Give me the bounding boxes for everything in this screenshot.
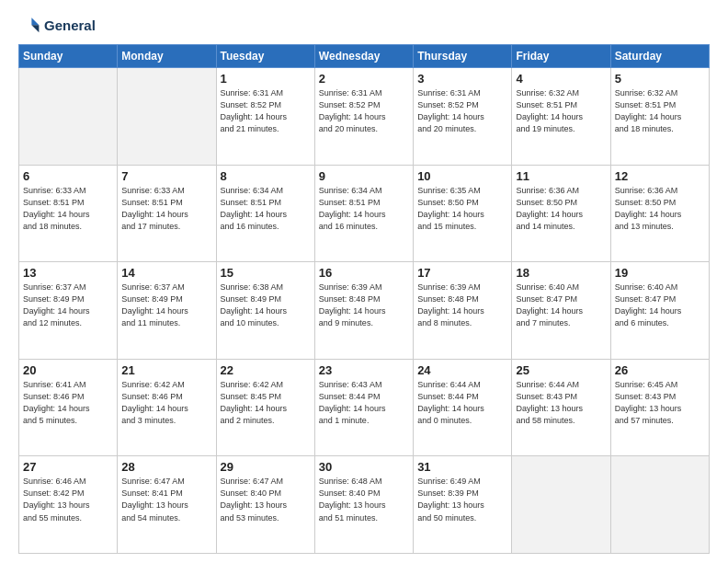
day-info: Sunrise: 6:42 AM Sunset: 8:46 PM Dayligh… [121,379,211,427]
calendar-cell: 3Sunrise: 6:31 AM Sunset: 8:52 PM Daylig… [414,68,512,166]
day-number: 18 [516,266,606,280]
day-info: Sunrise: 6:32 AM Sunset: 8:51 PM Dayligh… [516,87,606,135]
day-header-sunday: Sunday [19,45,118,68]
day-header-saturday: Saturday [610,45,709,68]
calendar-cell [610,456,709,554]
calendar-cell: 28Sunrise: 6:47 AM Sunset: 8:41 PM Dayli… [118,456,216,554]
day-info: Sunrise: 6:48 AM Sunset: 8:40 PM Dayligh… [319,476,409,523]
day-number: 28 [121,460,211,474]
day-number: 13 [23,266,113,280]
day-info: Sunrise: 6:33 AM Sunset: 8:51 PM Dayligh… [23,185,113,233]
day-number: 9 [319,169,409,183]
day-number: 11 [516,169,606,183]
week-row-1: 1Sunrise: 6:31 AM Sunset: 8:52 PM Daylig… [19,68,710,166]
calendar-cell: 10Sunrise: 6:35 AM Sunset: 8:50 PM Dayli… [414,165,512,262]
calendar-cell: 25Sunrise: 6:44 AM Sunset: 8:43 PM Dayli… [512,359,610,456]
day-info: Sunrise: 6:34 AM Sunset: 8:51 PM Dayligh… [221,185,311,233]
day-info: Sunrise: 6:40 AM Sunset: 8:47 PM Dayligh… [516,282,606,329]
day-info: Sunrise: 6:49 AM Sunset: 8:39 PM Dayligh… [417,476,507,523]
calendar-cell: 4Sunrise: 6:32 AM Sunset: 8:51 PM Daylig… [512,68,610,166]
header: General [18,15,710,37]
day-number: 10 [417,169,507,183]
calendar-cell: 15Sunrise: 6:38 AM Sunset: 8:49 PM Dayli… [216,262,314,360]
day-info: Sunrise: 6:33 AM Sunset: 8:51 PM Dayligh… [121,185,211,233]
calendar-cell: 12Sunrise: 6:36 AM Sunset: 8:50 PM Dayli… [610,165,709,262]
calendar-cell: 8Sunrise: 6:34 AM Sunset: 8:51 PM Daylig… [216,165,314,262]
day-info: Sunrise: 6:42 AM Sunset: 8:45 PM Dayligh… [221,379,311,427]
calendar-cell: 23Sunrise: 6:43 AM Sunset: 8:44 PM Dayli… [314,359,413,456]
day-number: 20 [23,363,113,377]
calendar-cell: 2Sunrise: 6:31 AM Sunset: 8:52 PM Daylig… [314,68,413,166]
calendar-cell [19,68,118,166]
day-info: Sunrise: 6:31 AM Sunset: 8:52 PM Dayligh… [221,87,311,135]
calendar-cell: 20Sunrise: 6:41 AM Sunset: 8:46 PM Dayli… [19,359,118,456]
day-number: 1 [221,72,311,86]
calendar-cell: 21Sunrise: 6:42 AM Sunset: 8:46 PM Dayli… [118,359,216,456]
week-row-4: 20Sunrise: 6:41 AM Sunset: 8:46 PM Dayli… [19,359,710,456]
calendar-cell: 6Sunrise: 6:33 AM Sunset: 8:51 PM Daylig… [19,165,118,262]
day-info: Sunrise: 6:36 AM Sunset: 8:50 PM Dayligh… [516,185,606,233]
day-number: 7 [121,169,211,183]
day-number: 3 [417,72,507,86]
day-info: Sunrise: 6:36 AM Sunset: 8:50 PM Dayligh… [615,185,705,233]
day-header-tuesday: Tuesday [216,45,314,68]
day-number: 12 [615,169,705,183]
day-number: 21 [121,363,211,377]
calendar-cell: 9Sunrise: 6:34 AM Sunset: 8:51 PM Daylig… [314,165,413,262]
calendar-cell: 22Sunrise: 6:42 AM Sunset: 8:45 PM Dayli… [216,359,314,456]
day-header-monday: Monday [118,45,216,68]
calendar-cell: 5Sunrise: 6:32 AM Sunset: 8:51 PM Daylig… [610,68,709,166]
calendar-cell: 24Sunrise: 6:44 AM Sunset: 8:44 PM Dayli… [414,359,512,456]
logo-text: General [44,17,96,33]
calendar-cell: 11Sunrise: 6:36 AM Sunset: 8:50 PM Dayli… [512,165,610,262]
calendar-cell: 17Sunrise: 6:39 AM Sunset: 8:48 PM Dayli… [414,262,512,360]
calendar-cell: 27Sunrise: 6:46 AM Sunset: 8:42 PM Dayli… [19,456,118,554]
day-header-wednesday: Wednesday [314,45,413,68]
day-info: Sunrise: 6:44 AM Sunset: 8:44 PM Dayligh… [417,379,507,427]
calendar-cell: 30Sunrise: 6:48 AM Sunset: 8:40 PM Dayli… [314,456,413,554]
day-info: Sunrise: 6:45 AM Sunset: 8:43 PM Dayligh… [615,379,705,427]
day-header-friday: Friday [512,45,610,68]
day-info: Sunrise: 6:34 AM Sunset: 8:51 PM Dayligh… [319,185,409,233]
calendar-cell: 1Sunrise: 6:31 AM Sunset: 8:52 PM Daylig… [216,68,314,166]
day-number: 17 [417,266,507,280]
day-info: Sunrise: 6:38 AM Sunset: 8:49 PM Dayligh… [221,282,311,329]
day-info: Sunrise: 6:46 AM Sunset: 8:42 PM Dayligh… [23,476,113,523]
day-info: Sunrise: 6:31 AM Sunset: 8:52 PM Dayligh… [417,87,507,135]
svg-marker-1 [31,25,39,32]
day-number: 14 [121,266,211,280]
day-number: 2 [319,72,409,86]
day-info: Sunrise: 6:39 AM Sunset: 8:48 PM Dayligh… [319,282,409,329]
logo-icon [18,15,40,37]
calendar-cell [512,456,610,554]
day-info: Sunrise: 6:37 AM Sunset: 8:49 PM Dayligh… [121,282,211,329]
week-row-3: 13Sunrise: 6:37 AM Sunset: 8:49 PM Dayli… [19,262,710,360]
day-info: Sunrise: 6:43 AM Sunset: 8:44 PM Dayligh… [319,379,409,427]
day-header-thursday: Thursday [414,45,512,68]
page: General SundayMondayTuesdayWednesdayThur… [0,0,728,563]
day-number: 30 [319,460,409,474]
day-number: 4 [516,72,606,86]
day-number: 19 [615,266,705,280]
day-info: Sunrise: 6:44 AM Sunset: 8:43 PM Dayligh… [516,379,606,427]
day-number: 31 [417,460,507,474]
day-number: 24 [417,363,507,377]
day-number: 29 [221,460,311,474]
day-number: 8 [221,169,311,183]
calendar-cell: 16Sunrise: 6:39 AM Sunset: 8:48 PM Dayli… [314,262,413,360]
day-info: Sunrise: 6:47 AM Sunset: 8:41 PM Dayligh… [121,476,211,523]
calendar-cell: 29Sunrise: 6:47 AM Sunset: 8:40 PM Dayli… [216,456,314,554]
day-number: 25 [516,363,606,377]
svg-marker-0 [31,17,39,25]
calendar-cell [118,68,216,166]
calendar-cell: 19Sunrise: 6:40 AM Sunset: 8:47 PM Dayli… [610,262,709,360]
calendar-cell: 14Sunrise: 6:37 AM Sunset: 8:49 PM Dayli… [118,262,216,360]
calendar-cell: 26Sunrise: 6:45 AM Sunset: 8:43 PM Dayli… [610,359,709,456]
day-number: 16 [319,266,409,280]
day-info: Sunrise: 6:39 AM Sunset: 8:48 PM Dayligh… [417,282,507,329]
calendar-cell: 18Sunrise: 6:40 AM Sunset: 8:47 PM Dayli… [512,262,610,360]
day-info: Sunrise: 6:31 AM Sunset: 8:52 PM Dayligh… [319,87,409,135]
day-info: Sunrise: 6:37 AM Sunset: 8:49 PM Dayligh… [23,282,113,329]
day-number: 5 [615,72,705,86]
calendar-cell: 31Sunrise: 6:49 AM Sunset: 8:39 PM Dayli… [414,456,512,554]
